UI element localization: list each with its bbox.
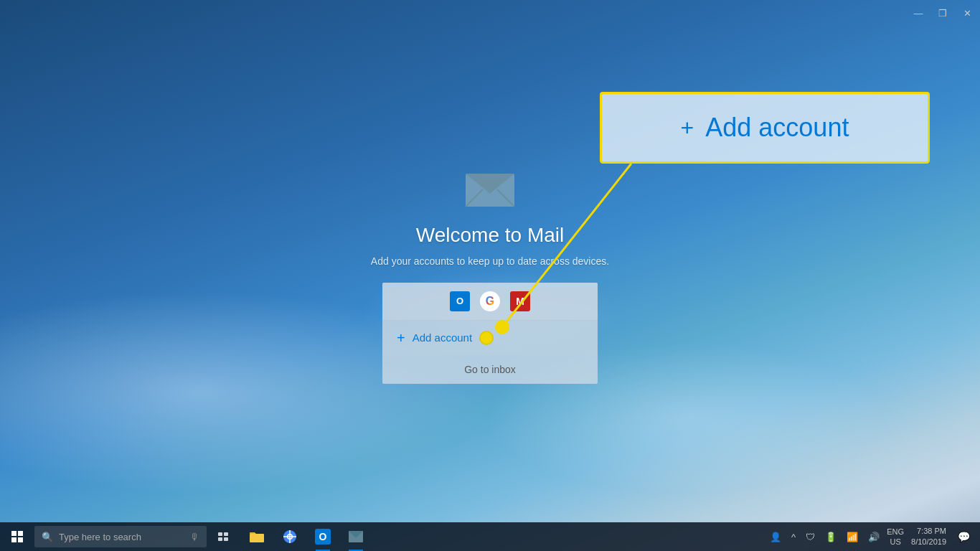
taskbar-edge[interactable] xyxy=(274,522,306,551)
svg-rect-13 xyxy=(224,537,228,541)
lang-code: ENG xyxy=(887,527,904,537)
svg-rect-7 xyxy=(18,531,23,536)
task-view-button[interactable] xyxy=(209,522,238,551)
start-button[interactable] xyxy=(0,522,34,551)
outlook-icon: O xyxy=(450,291,470,311)
svg-rect-6 xyxy=(11,531,17,536)
maximize-button[interactable]: ❐ xyxy=(937,7,948,19)
close-button[interactable]: ✕ xyxy=(961,7,973,19)
tray-network-icon[interactable]: 📶 xyxy=(844,530,861,544)
gmail-icon: M xyxy=(510,291,530,311)
add-plus-icon: + xyxy=(397,331,405,345)
lang-region: US xyxy=(887,537,904,547)
svg-rect-10 xyxy=(218,532,222,536)
add-account-button[interactable]: + Add account xyxy=(382,321,598,355)
clock-date: 8/10/2019 xyxy=(911,537,946,547)
search-placeholder-text: Type here to search xyxy=(59,532,141,542)
taskbar-search[interactable]: 🔍 Type here to search 🎙 xyxy=(34,526,207,547)
microphone-icon[interactable]: 🎙 xyxy=(190,532,199,542)
svg-rect-8 xyxy=(11,537,17,542)
search-icon: 🔍 xyxy=(42,532,53,542)
taskbar-mail[interactable] xyxy=(340,522,372,551)
tray-chevron-icon[interactable]: ^ xyxy=(788,530,798,544)
go-to-inbox-label: Go to inbox xyxy=(464,364,516,375)
tray-volume-icon[interactable]: 🔊 xyxy=(865,530,882,544)
taskbar-apps: O xyxy=(241,522,372,551)
svg-rect-14 xyxy=(250,534,264,542)
welcome-subtitle: Add your accounts to keep up to date acr… xyxy=(371,255,609,267)
google-icon: G xyxy=(480,291,500,311)
window-controls: — ❐ ✕ xyxy=(913,7,973,19)
taskbar-file-explorer[interactable] xyxy=(241,522,273,551)
system-clock[interactable]: 7:38 PM 8/10/2019 xyxy=(908,524,949,550)
tray-battery-icon[interactable]: 🔋 xyxy=(822,530,839,544)
welcome-title: Welcome to Mail xyxy=(416,224,564,247)
taskbar: 🔍 Type here to search 🎙 xyxy=(0,522,980,551)
clock-time: 7:38 PM xyxy=(911,526,946,537)
tray-security-icon[interactable]: 🛡 xyxy=(803,530,818,544)
system-tray: 👤 ^ 🛡 🔋 📶 🔊 ENG US 7:38 PM 8/10/2019 💬 xyxy=(767,524,980,550)
go-to-inbox-button[interactable]: Go to inbox xyxy=(382,355,598,384)
svg-rect-12 xyxy=(218,537,222,541)
svg-rect-11 xyxy=(224,532,228,536)
taskbar-outlook[interactable]: O xyxy=(307,522,339,551)
welcome-card: O G M + Add account Go to inbox xyxy=(382,283,598,384)
minimize-button[interactable]: — xyxy=(913,7,924,19)
account-icons-row: O G M xyxy=(382,283,598,321)
tray-people-icon[interactable]: 👤 xyxy=(767,530,784,544)
add-account-label: Add account xyxy=(413,331,472,344)
mail-envelope-icon xyxy=(464,168,516,211)
highlight-dot xyxy=(479,331,494,345)
language-indicator[interactable]: ENG US xyxy=(887,527,904,547)
notification-center-button[interactable]: 💬 xyxy=(953,529,974,544)
svg-rect-9 xyxy=(18,537,23,542)
main-content: Welcome to Mail Add your accounts to kee… xyxy=(0,29,980,522)
